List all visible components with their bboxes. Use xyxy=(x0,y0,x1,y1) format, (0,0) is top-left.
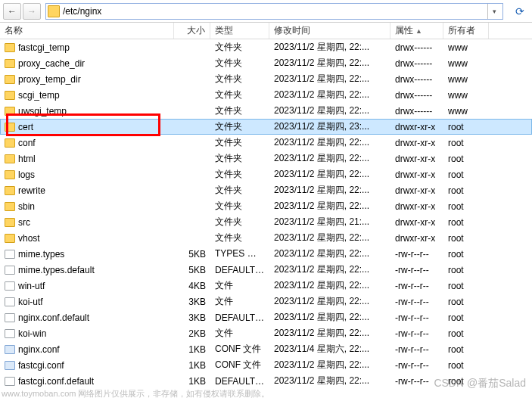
file-mtime: 2023/11/2 星期四, 22:... xyxy=(269,73,390,85)
table-row[interactable]: conf文件夹2023/11/2 星期四, 22:...drwxr-xr-xro… xyxy=(0,135,532,151)
back-button[interactable]: ← xyxy=(3,3,21,20)
table-row[interactable]: html文件夹2023/11/2 星期四, 22:...drwxr-xr-xro… xyxy=(0,151,532,166)
column-headers: 名称 大小 类型 修改时间 属性▲ 所有者 xyxy=(0,23,532,39)
table-row[interactable]: nginx.conf.default3KBDEFAULT ...2023/11/… xyxy=(0,309,532,325)
table-row[interactable]: src文件夹2023/11/2 星期四, 21:...drwxr-xr-xroo… xyxy=(0,214,532,230)
file-mtime: 2023/11/2 星期四, 22:... xyxy=(269,263,390,276)
header-type[interactable]: 类型 xyxy=(210,23,269,39)
file-list: fastcgi_temp文件夹2023/11/2 星期四, 22:...drwx… xyxy=(0,39,532,389)
file-type: CONF 文件 xyxy=(210,359,269,371)
folder-icon xyxy=(5,170,15,179)
folder-icon xyxy=(5,59,15,68)
table-row[interactable]: vhost文件夹2023/11/2 星期四, 22:...drwxr-xr-xr… xyxy=(0,230,532,246)
file-name: logs xyxy=(18,169,35,180)
file-type: 文件夹 xyxy=(210,120,269,133)
file-attr: drwxr-xr-x xyxy=(390,138,443,148)
refresh-icon: ⟳ xyxy=(515,5,524,17)
table-row[interactable]: proxy_temp_dir文件夹2023/11/2 星期四, 22:...dr… xyxy=(0,71,532,87)
file-type: 文件夹 xyxy=(210,168,269,181)
table-row[interactable]: scgi_temp文件夹2023/11/2 星期四, 22:...drwx---… xyxy=(0,87,532,103)
file-name: uwsgi_temp xyxy=(18,106,67,117)
file-attr: drwx------ xyxy=(390,42,443,53)
file-icon xyxy=(5,266,15,275)
folder-icon xyxy=(5,154,15,163)
header-attr[interactable]: 属性▲ xyxy=(390,23,443,39)
file-type: DEFAULT ... xyxy=(210,376,269,387)
file-type: 文件夹 xyxy=(210,232,269,244)
file-icon xyxy=(5,329,15,338)
header-size[interactable]: 大小 xyxy=(174,23,210,39)
file-type: 文件夹 xyxy=(210,89,269,101)
table-row[interactable]: sbin文件夹2023/11/2 星期四, 22:...drwxr-xr-xro… xyxy=(0,198,532,214)
arrow-left-icon: ← xyxy=(8,6,17,17)
table-row[interactable]: rewrite文件夹2023/11/2 星期四, 22:...drwxr-xr-… xyxy=(0,182,532,198)
file-name: sbin xyxy=(18,201,35,212)
table-row[interactable]: koi-win2KB文件2023/11/2 星期四, 22:...-rw-r--… xyxy=(0,325,532,341)
refresh-button[interactable]: ⟳ xyxy=(511,3,529,20)
file-type: 文件夹 xyxy=(210,41,269,54)
file-attr: drwxr-xr-x xyxy=(390,201,443,212)
file-size: 5KB xyxy=(174,249,210,260)
file-mtime: 2023/11/2 星期四, 23:... xyxy=(269,120,390,133)
file-mtime: 2023/11/2 星期四, 22:... xyxy=(269,89,390,101)
file-name: proxy_cache_dir xyxy=(18,58,85,69)
path-box[interactable]: /etc/nginx ▾ xyxy=(45,3,503,20)
file-attr: drwxr-xr-x xyxy=(390,217,443,228)
file-size: 2KB xyxy=(174,328,210,339)
file-attr: drwx------ xyxy=(390,90,443,101)
file-mtime: 2023/11/2 星期四, 22:... xyxy=(269,104,390,117)
table-row[interactable]: win-utf4KB文件2023/11/2 星期四, 22:...-rw-r--… xyxy=(0,278,532,294)
file-size: 1KB xyxy=(174,344,210,355)
header-owner[interactable]: 所有者 xyxy=(443,23,489,39)
file-owner: root xyxy=(443,233,489,244)
table-row[interactable]: mime.types5KBTYPES 文件2023/11/2 星期四, 22:.… xyxy=(0,246,532,262)
file-type: TYPES 文件 xyxy=(210,247,269,260)
file-name: fastcgi.conf xyxy=(18,360,64,371)
table-row[interactable]: nginx.conf1KBCONF 文件2023/11/4 星期六, 22:..… xyxy=(0,341,532,357)
arrow-right-icon: → xyxy=(27,6,36,17)
file-mtime: 2023/11/2 星期四, 22:... xyxy=(269,327,390,340)
table-row[interactable]: fastcgi.conf1KBCONF 文件2023/11/2 星期四, 22:… xyxy=(0,357,532,373)
file-type: 文件 xyxy=(210,327,269,340)
file-owner: root xyxy=(443,360,489,371)
table-row[interactable]: cert文件夹2023/11/2 星期四, 23:...drwxr-xr-xro… xyxy=(0,119,532,135)
chevron-down-icon[interactable]: ▾ xyxy=(487,4,501,19)
file-mtime: 2023/11/2 星期四, 22:... xyxy=(269,184,390,197)
folder-icon xyxy=(5,218,15,227)
table-row[interactable]: mime.types.default5KBDEFAULT ...2023/11/… xyxy=(0,262,532,278)
header-name[interactable]: 名称 xyxy=(0,23,174,39)
file-mtime: 2023/11/2 星期四, 22:... xyxy=(269,57,390,70)
file-attr: drwx------ xyxy=(390,106,443,117)
file-icon xyxy=(5,297,15,306)
folder-icon xyxy=(5,107,15,116)
table-row[interactable]: fastcgi_temp文件夹2023/11/2 星期四, 22:...drwx… xyxy=(0,39,532,55)
file-size: 3KB xyxy=(174,312,210,323)
file-owner: www xyxy=(443,74,489,85)
table-row[interactable]: koi-utf3KB文件2023/11/2 星期四, 22:...-rw-r--… xyxy=(0,294,532,309)
sort-asc-icon: ▲ xyxy=(415,27,422,35)
header-mtime[interactable]: 修改时间 xyxy=(269,23,390,39)
file-name: nginx.conf xyxy=(18,344,60,355)
file-icon xyxy=(5,250,15,259)
file-owner: root xyxy=(443,297,489,307)
file-mtime: 2023/11/2 星期四, 22:... xyxy=(269,311,390,324)
forward-button[interactable]: → xyxy=(23,3,41,20)
watermark-right: CSDN @番茄Salad xyxy=(434,377,526,390)
file-mtime: 2023/11/2 星期四, 22:... xyxy=(269,200,390,213)
file-mtime: 2023/11/2 星期四, 22:... xyxy=(269,41,390,54)
file-name: conf xyxy=(18,138,36,148)
file-owner: root xyxy=(443,265,489,275)
file-mtime: 2023/11/2 星期四, 22:... xyxy=(269,295,390,308)
table-row[interactable]: uwsgi_temp文件夹2023/11/2 星期四, 22:...drwx--… xyxy=(0,103,532,119)
table-row[interactable]: logs文件夹2023/11/2 星期四, 22:...drwxr-xr-xro… xyxy=(0,166,532,182)
file-name: mime.types xyxy=(18,249,64,260)
path-text: /etc/nginx xyxy=(63,6,487,17)
table-row[interactable]: proxy_cache_dir文件夹2023/11/2 星期四, 22:...d… xyxy=(0,55,532,71)
file-owner: root xyxy=(443,169,489,180)
file-size: 1KB xyxy=(174,376,210,387)
file-attr: -rw-r--r-- xyxy=(390,297,443,307)
folder-icon xyxy=(5,186,15,195)
file-icon xyxy=(5,345,15,354)
file-mtime: 2023/11/2 星期四, 22:... xyxy=(269,279,390,292)
file-type: 文件 xyxy=(210,295,269,308)
